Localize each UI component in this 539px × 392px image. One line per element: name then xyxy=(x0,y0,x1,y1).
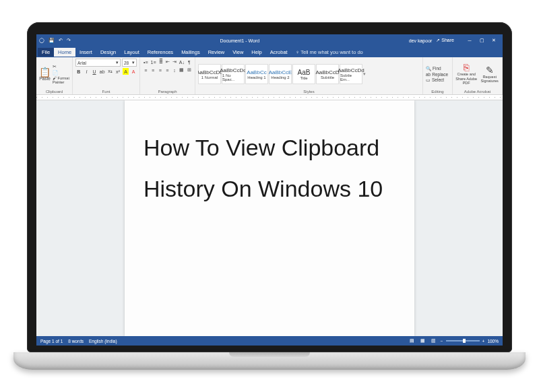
maximize-button[interactable]: ▢ xyxy=(476,36,488,45)
tab-references[interactable]: References xyxy=(144,48,177,57)
font-family-select[interactable]: Arial▾ xyxy=(75,59,121,67)
tab-home[interactable]: Home xyxy=(54,48,75,57)
zoom-slider[interactable] xyxy=(446,340,480,341)
replace-button[interactable]: ab Replace xyxy=(426,72,448,77)
tab-design[interactable]: Design xyxy=(96,48,120,57)
laptop-notch xyxy=(229,352,310,357)
zoom-in-button[interactable]: + xyxy=(482,339,485,344)
ribbon: 📋 Paste ✂ 📄 🖌 Format Painter Clipboard xyxy=(36,57,503,95)
laptop-base xyxy=(13,352,526,370)
copy-icon[interactable]: 📄 xyxy=(53,70,69,75)
save-icon[interactable]: 💾 xyxy=(49,38,55,43)
multilevel-button[interactable]: ≣ xyxy=(158,59,164,65)
view-print-button[interactable]: ▦ xyxy=(419,337,427,344)
document-area[interactable]: How To View Clipboard History On Windows… xyxy=(36,100,503,336)
style-title[interactable]: AaBTitle xyxy=(292,64,315,84)
statusbar: Page 1 of 1 8 words English (India) ▤ ▦ … xyxy=(36,336,503,346)
adobe-create-button[interactable]: ⎘Create and Share Adobe PDF xyxy=(455,63,477,86)
word-window: ◯ 💾 ↶ ↷ Document1 - Word dev kapoor ↗ Sh… xyxy=(36,34,503,346)
tab-mailings[interactable]: Mailings xyxy=(177,48,204,57)
underline-button[interactable]: U xyxy=(91,68,98,75)
titlebar: ◯ 💾 ↶ ↷ Document1 - Word dev kapoor ↗ Sh… xyxy=(36,34,503,46)
italic-button[interactable]: I xyxy=(84,68,90,75)
justify-button[interactable]: ≡ xyxy=(164,67,170,73)
tell-me-search[interactable]: ♀ Tell me what you want to do xyxy=(292,49,501,55)
share-button[interactable]: ↗ Share xyxy=(436,38,454,43)
align-left-button[interactable]: ≡ xyxy=(143,67,149,73)
group-font: Arial▾ 28▾ B I U ab x₂ x² A A xyxy=(73,57,140,94)
zoom-level[interactable]: 100% xyxy=(487,339,499,344)
line-spacing-button[interactable]: ↕ xyxy=(172,67,178,73)
find-button[interactable]: 🔍 Find xyxy=(426,66,448,71)
group-adobe: ⎘Create and Share Adobe PDF ✎Request Sig… xyxy=(453,57,503,94)
indent-dec-button[interactable]: ⇤ xyxy=(165,59,170,65)
tab-view[interactable]: View xyxy=(228,48,247,57)
group-editing: 🔍 Find ab Replace ▭ Select Editing xyxy=(423,57,453,94)
undo-icon[interactable]: ↶ xyxy=(59,38,63,43)
window-title: Document1 - Word xyxy=(71,38,409,43)
subscript-button[interactable]: x₂ xyxy=(107,68,114,75)
screen-bezel: ◯ 💾 ↶ ↷ Document1 - Word dev kapoor ↗ Sh… xyxy=(27,22,512,352)
styles-more-button[interactable]: ▾ xyxy=(363,71,369,77)
user-name[interactable]: dev kapoor xyxy=(409,38,433,43)
adobe-sign-button[interactable]: ✎Request Signatures xyxy=(480,65,499,84)
font-size-select[interactable]: 28▾ xyxy=(122,59,137,67)
strike-button[interactable]: ab xyxy=(99,68,106,75)
minimize-button[interactable]: ─ xyxy=(464,36,476,45)
group-paragraph: •≡ 1≡ ≣ ⇤ ⇥ A↓ ¶ ≡ ≡ ≡ ≡ xyxy=(140,57,195,94)
superscript-button[interactable]: x² xyxy=(115,68,121,75)
horizontal-ruler[interactable] xyxy=(36,95,503,100)
clipboard-icon: 📋 xyxy=(39,67,51,77)
bold-button[interactable]: B xyxy=(75,68,82,75)
indent-inc-button[interactable]: ⇥ xyxy=(172,59,177,65)
sort-button[interactable]: A↓ xyxy=(179,59,185,65)
style-nospacing[interactable]: AaBbCcDd1 No Spac... xyxy=(222,64,245,84)
style-subtleem[interactable]: AaBbCcDdSubtle Em... xyxy=(340,64,362,84)
style-subtitle[interactable]: AaBbCcDSubtitle xyxy=(316,64,339,84)
zoom-out-button[interactable]: − xyxy=(441,339,443,344)
view-read-button[interactable]: ▤ xyxy=(408,337,416,344)
laptop-frame: ◯ 💾 ↶ ↷ Document1 - Word dev kapoor ↗ Sh… xyxy=(13,22,526,370)
align-right-button[interactable]: ≡ xyxy=(157,67,163,73)
document-page[interactable]: How To View Clipboard History On Windows… xyxy=(125,100,414,336)
group-clipboard: 📋 Paste ✂ 📄 🖌 Format Painter Clipboard xyxy=(36,57,73,94)
tab-review[interactable]: Review xyxy=(204,48,229,57)
status-language[interactable]: English (India) xyxy=(89,339,117,344)
select-button[interactable]: ▭ Select xyxy=(426,77,448,83)
highlight-button[interactable]: A xyxy=(123,68,129,75)
bullets-button[interactable]: •≡ xyxy=(143,59,149,65)
status-words[interactable]: 8 words xyxy=(68,339,84,344)
font-color-button[interactable]: A xyxy=(130,68,137,75)
shading-button[interactable]: ▦ xyxy=(179,67,185,73)
tab-file[interactable]: File xyxy=(38,48,54,57)
tab-help[interactable]: Help xyxy=(247,48,265,57)
view-web-button[interactable]: ▥ xyxy=(430,337,438,344)
ribbon-tabs: File Home Insert Design Layout Reference… xyxy=(36,46,503,57)
tab-insert[interactable]: Insert xyxy=(75,48,96,57)
autosave-toggle[interactable]: ◯ xyxy=(39,38,44,43)
style-normal[interactable]: AaBbCcDd1 Normal xyxy=(198,64,221,84)
show-marks-button[interactable]: ¶ xyxy=(187,59,192,65)
cut-icon[interactable]: ✂ xyxy=(53,64,69,69)
tab-acrobat[interactable]: Acrobat xyxy=(266,48,292,57)
borders-button[interactable]: ⊞ xyxy=(186,67,192,73)
group-styles: AaBbCcDd1 Normal AaBbCcDd1 No Spac... Aa… xyxy=(195,57,423,94)
format-painter-button[interactable]: 🖌 Format Painter xyxy=(53,76,69,84)
close-button[interactable]: ✕ xyxy=(488,36,500,45)
numbering-button[interactable]: 1≡ xyxy=(150,59,157,65)
document-text[interactable]: How To View Clipboard History On Windows… xyxy=(144,127,395,209)
style-heading2[interactable]: AaBbCcEHeading 2 xyxy=(269,64,292,84)
tab-layout[interactable]: Layout xyxy=(120,48,144,57)
paste-button[interactable]: 📋 Paste xyxy=(39,67,51,81)
status-page[interactable]: Page 1 of 1 xyxy=(40,339,63,344)
align-center-button[interactable]: ≡ xyxy=(150,67,156,73)
style-heading1[interactable]: AaBbCcHeading 1 xyxy=(245,64,268,84)
